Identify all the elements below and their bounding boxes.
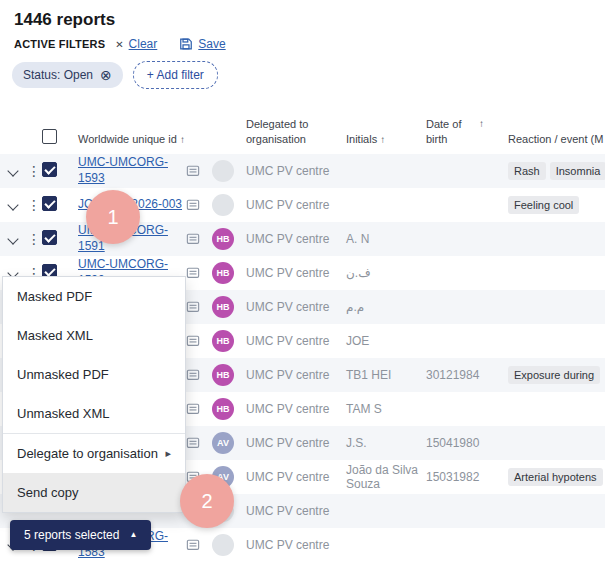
avatar: HB — [212, 228, 234, 250]
annotation-callout-2: 2 — [180, 474, 234, 528]
menu-item-masked-xml[interactable]: Masked XML — [3, 316, 185, 355]
page-title: 1446 reports — [14, 10, 115, 30]
column-header-worldwide-id[interactable]: Worldwide unique id ↑ — [78, 132, 186, 146]
annotation-callout-1: 1 — [86, 190, 140, 244]
delegated-org: UMC PV centre — [246, 368, 346, 382]
row-kebab-menu-icon[interactable]: ⋮ — [26, 231, 42, 247]
note-icon[interactable] — [186, 165, 212, 178]
row-kebab-menu-icon[interactable]: ⋮ — [26, 197, 42, 213]
initials: TAM S — [346, 402, 426, 416]
submenu-arrow-icon: ▸ — [165, 447, 171, 460]
filter-bar: ACTIVE FILTERS ✕ Clear Save — [14, 37, 226, 51]
add-filter-button[interactable]: + Add filter — [133, 61, 218, 89]
avatar — [212, 194, 234, 216]
delegated-org: UMC PV centre — [246, 232, 346, 246]
reaction-tags: RashInsomnia — [508, 162, 605, 180]
delegated-org: UMC PV centre — [246, 198, 346, 212]
reaction-tag: Feeling cool — [508, 196, 579, 214]
note-icon[interactable] — [186, 267, 212, 280]
menu-item-send-copy[interactable]: Send copy — [3, 473, 185, 512]
menu-item-masked-pdf[interactable]: Masked PDF — [3, 277, 185, 316]
reports-selected-label: 5 reports selected — [24, 528, 119, 542]
column-header-dob[interactable]: Date of birth ↑ — [426, 117, 508, 146]
initials: TB1 HEI — [346, 368, 426, 382]
sort-arrow-icon: ↑ — [180, 134, 185, 145]
select-all-checkbox[interactable] — [42, 129, 57, 144]
note-icon[interactable] — [186, 369, 212, 382]
initials: JOE — [346, 334, 426, 348]
note-icon[interactable] — [186, 437, 212, 450]
reaction-tag: Insomnia — [550, 162, 605, 180]
initials: J.S. — [346, 436, 426, 450]
note-icon[interactable] — [186, 301, 212, 314]
column-header-delegated[interactable]: Delegated to organisation — [246, 117, 346, 146]
reaction-tag: Exposure during — [508, 366, 600, 384]
avatar: HB — [212, 262, 234, 284]
note-icon[interactable] — [186, 199, 212, 212]
menu-item-label: Unmasked XML — [17, 406, 109, 421]
avatar: HB — [212, 296, 234, 318]
filter-chip-label: Status: Open — [23, 68, 93, 82]
menu-item-delegate-to-organisation[interactable]: Delegate to organisation▸ — [3, 434, 185, 473]
delegated-org: UMC PV centre — [246, 334, 346, 348]
chevron-down-icon — [7, 233, 18, 244]
row-kebab-menu-icon[interactable]: ⋮ — [26, 163, 42, 179]
note-icon[interactable] — [186, 233, 212, 246]
table-header: Worldwide unique id ↑ Delegated to organ… — [0, 108, 605, 154]
menu-item-label: Masked XML — [17, 328, 93, 343]
row-expander[interactable] — [6, 164, 26, 178]
reports-selected-button[interactable]: 5 reports selected ▲ — [10, 520, 151, 550]
delegated-org: UMC PV centre — [246, 504, 346, 518]
menu-item-label: Unmasked PDF — [17, 367, 109, 382]
row-expander[interactable] — [6, 198, 26, 212]
report-id-link[interactable]: UMC-UMCORG-1593 — [78, 155, 186, 186]
table-row: ⋮ UMC-UMCORG-1593 UMC PV centre RashInso… — [0, 154, 605, 188]
avatar: HB — [212, 330, 234, 352]
row-checkbox[interactable] — [42, 196, 57, 211]
initials: ف.ن — [346, 266, 426, 280]
save-filter-button[interactable]: Save — [179, 37, 225, 51]
reaction-tag: Rash — [508, 162, 546, 180]
row-checkbox[interactable] — [42, 230, 57, 245]
date-of-birth: 15031982 — [426, 470, 508, 484]
delegated-org: UMC PV centre — [246, 538, 346, 552]
avatar: HB — [212, 398, 234, 420]
delegated-org: UMC PV centre — [246, 266, 346, 280]
column-header-initials[interactable]: Initials ↑ — [346, 132, 426, 146]
chips-row: Status: Open ⊗ + Add filter — [12, 61, 218, 89]
reaction-tags: Arterial hypotens — [508, 468, 605, 486]
row-expander[interactable] — [6, 232, 26, 246]
delegated-org: UMC PV centre — [246, 300, 346, 314]
delegated-org: UMC PV centre — [246, 402, 346, 416]
note-icon[interactable] — [186, 539, 212, 552]
save-icon — [179, 37, 193, 51]
delegated-org: UMC PV centre — [246, 164, 346, 178]
reaction-tags: Feeling cool — [508, 196, 605, 214]
row-checkbox[interactable] — [42, 162, 57, 177]
date-of-birth: 30121984 — [426, 368, 508, 382]
note-icon[interactable] — [186, 335, 212, 348]
note-icon[interactable] — [186, 403, 212, 416]
avatar: HB — [212, 364, 234, 386]
reaction-tags: Exposure during — [508, 366, 605, 384]
filter-chip-status[interactable]: Status: Open ⊗ — [12, 62, 123, 88]
active-filters-label: ACTIVE FILTERS — [14, 38, 105, 50]
sort-arrow-icon: ↑ — [380, 134, 385, 145]
initials: A. N — [346, 232, 426, 246]
column-header-reaction[interactable]: Reaction / event (M — [508, 132, 605, 146]
chip-remove-icon[interactable]: ⊗ — [100, 68, 112, 82]
menu-item-unmasked-xml[interactable]: Unmasked XML — [3, 394, 185, 433]
save-filter-label: Save — [198, 37, 225, 51]
menu-item-unmasked-pdf[interactable]: Unmasked PDF — [3, 355, 185, 394]
avatar — [212, 534, 234, 556]
clear-x-icon: ✕ — [115, 39, 123, 50]
menu-item-label: Send copy — [17, 485, 78, 500]
sort-arrow-icon: ↑ — [479, 117, 484, 130]
delegated-org: UMC PV centre — [246, 436, 346, 450]
date-of-birth: 15041980 — [426, 436, 508, 450]
context-menu: Masked PDFMasked XMLUnmasked PDFUnmasked… — [2, 276, 186, 513]
initials: م.م — [346, 300, 426, 314]
menu-item-label: Delegate to organisation — [17, 446, 158, 461]
clear-filters-link[interactable]: Clear — [129, 37, 158, 51]
reaction-tag: Arterial hypotens — [508, 468, 603, 486]
